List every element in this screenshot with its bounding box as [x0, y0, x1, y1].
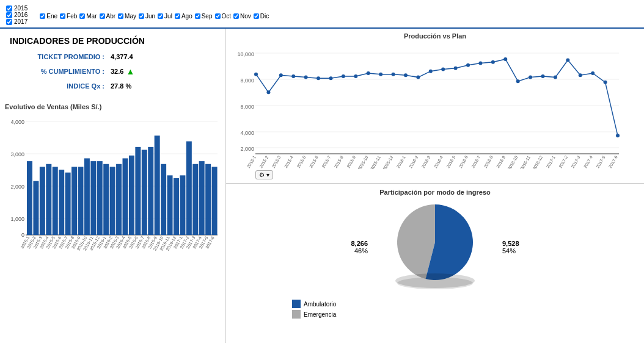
svg-rect-39	[212, 167, 218, 235]
svg-point-94	[416, 76, 420, 79]
right-panel: Producción vs Plan 10,000 8,000 6,000 4,…	[226, 29, 644, 343]
svg-rect-35	[186, 142, 192, 235]
svg-text:2,000: 2,000	[240, 146, 254, 152]
svg-text:0: 0	[21, 232, 24, 238]
svg-point-92	[392, 73, 395, 76]
emergencia-legend-color	[292, 310, 301, 319]
svg-text:2016-8: 2016-8	[483, 155, 494, 168]
svg-point-96	[441, 67, 445, 71]
svg-text:2015-9: 2015-9	[346, 155, 356, 168]
svg-text:2016-1: 2016-1	[396, 155, 406, 168]
month-mar[interactable]: Mar	[79, 13, 97, 20]
svg-point-109	[604, 81, 607, 84]
svg-rect-26	[129, 156, 134, 235]
svg-text:2016-2: 2016-2	[408, 155, 419, 168]
svg-text:2017-1: 2017-1	[546, 155, 556, 168]
svg-text:2015-4: 2015-4	[284, 155, 294, 168]
month-oct[interactable]: Oct	[215, 13, 232, 20]
line-chart-section: Producción vs Plan 10,000 8,000 6,000 4,…	[226, 29, 644, 184]
svg-rect-28	[142, 150, 147, 236]
svg-rect-15	[59, 170, 64, 235]
month-abr[interactable]: Abr	[100, 13, 116, 20]
svg-point-102	[516, 79, 520, 83]
svg-rect-31	[161, 164, 166, 235]
svg-text:2016-9: 2016-9	[496, 155, 506, 168]
svg-point-110	[616, 134, 620, 137]
svg-rect-14	[53, 167, 58, 235]
month-ene[interactable]: Ene	[40, 13, 57, 20]
svg-text:2016-5: 2016-5	[446, 155, 456, 168]
svg-point-91	[379, 73, 382, 76]
svg-point-87	[329, 76, 332, 80]
svg-text:2016-3: 2016-3	[421, 155, 431, 168]
month-nov[interactable]: Nov	[233, 13, 251, 20]
month-dic[interactable]: Dic	[254, 13, 269, 20]
pie-chart-title: Participación por modo de ingreso	[231, 189, 639, 196]
year-2016-filter[interactable]: 2016	[6, 12, 27, 18]
svg-text:8,000: 8,000	[240, 78, 254, 84]
svg-rect-10	[27, 161, 32, 235]
svg-text:6,000: 6,000	[240, 104, 254, 110]
svg-rect-20	[90, 161, 96, 235]
indice-value: 27.8 %	[111, 82, 131, 90]
chart-options-button[interactable]: ⚙ ▾	[255, 170, 273, 179]
svg-rect-29	[148, 147, 153, 235]
year-2017-filter[interactable]: 2017	[6, 18, 27, 25]
svg-point-89	[354, 74, 357, 78]
svg-rect-11	[33, 181, 38, 235]
svg-text:2015-10: 2015-10	[357, 155, 369, 169]
svg-rect-38	[205, 164, 211, 235]
svg-rect-18	[78, 167, 83, 235]
svg-point-82	[266, 90, 270, 94]
svg-point-108	[591, 71, 595, 75]
indicators-section: INDICADORES DE PRODUCCIÓN TICKET PROMEDI…	[0, 29, 225, 101]
svg-rect-32	[167, 175, 173, 235]
bar-chart-section: Evolutivo de Ventas (Miles S/.) 4,000 3,…	[0, 101, 225, 343]
svg-point-105	[554, 76, 557, 79]
svg-text:2015-3: 2015-3	[271, 155, 282, 168]
svg-text:2015-5: 2015-5	[296, 155, 307, 168]
month-feb[interactable]: Feb	[60, 13, 77, 20]
svg-rect-22	[103, 164, 109, 235]
svg-point-107	[579, 73, 582, 77]
svg-point-103	[529, 76, 532, 79]
svg-text:4,000: 4,000	[240, 130, 254, 136]
ambulatorio-info: 9,528 54%	[502, 240, 519, 254]
svg-rect-36	[192, 164, 198, 235]
month-filters: Ene Feb Mar Abr May Jun Jul Ago Sep Oct …	[40, 13, 269, 20]
svg-point-84	[291, 74, 295, 78]
svg-text:2,000: 2,000	[10, 184, 24, 190]
svg-point-90	[367, 71, 370, 75]
svg-text:2017-4: 2017-4	[583, 155, 593, 168]
svg-text:4,000: 4,000	[10, 119, 24, 125]
svg-text:3,000: 3,000	[10, 151, 24, 157]
svg-text:2017-3: 2017-3	[571, 155, 581, 168]
year-2015-filter[interactable]: 2015	[6, 5, 27, 12]
cumplimiento-value: 32.6	[111, 68, 123, 75]
svg-point-106	[566, 59, 569, 62]
top-bar: 2015 2016 2017 Ene Feb Mar Abr May Jun J…	[0, 0, 644, 29]
svg-rect-37	[199, 161, 205, 235]
month-sep[interactable]: Sep	[195, 13, 213, 20]
month-may[interactable]: May	[118, 13, 136, 20]
indicators-title: INDICADORES DE PRODUCCIÓN	[10, 36, 216, 46]
ticket-value: 4,377.4	[111, 53, 133, 60]
svg-point-95	[429, 70, 433, 73]
svg-text:2016-12: 2016-12	[532, 155, 543, 169]
svg-text:10,000: 10,000	[237, 51, 254, 57]
svg-point-86	[317, 76, 320, 80]
pie-section: Participación por modo de ingreso 8,266 …	[226, 184, 644, 343]
month-jul[interactable]: Jul	[158, 13, 172, 20]
svg-text:2016-11: 2016-11	[519, 155, 531, 169]
month-ago[interactable]: Ago	[175, 13, 192, 20]
line-chart-title: Producción vs Plan	[231, 32, 639, 40]
svg-point-88	[342, 74, 345, 78]
emergencia-legend-label: Emergencia	[304, 311, 336, 318]
line-chart-svg: 10,000 8,000 6,000 4,000 2,000 2015-1201…	[231, 41, 622, 169]
left-panel: INDICADORES DE PRODUCCIÓN TICKET PROMEDI…	[0, 29, 226, 343]
bar-chart-title: Evolutivo de Ventas (Miles S/.)	[5, 103, 221, 110]
svg-point-81	[254, 73, 258, 76]
svg-point-83	[279, 73, 283, 77]
month-jun[interactable]: Jun	[139, 13, 155, 20]
svg-rect-16	[65, 173, 71, 235]
